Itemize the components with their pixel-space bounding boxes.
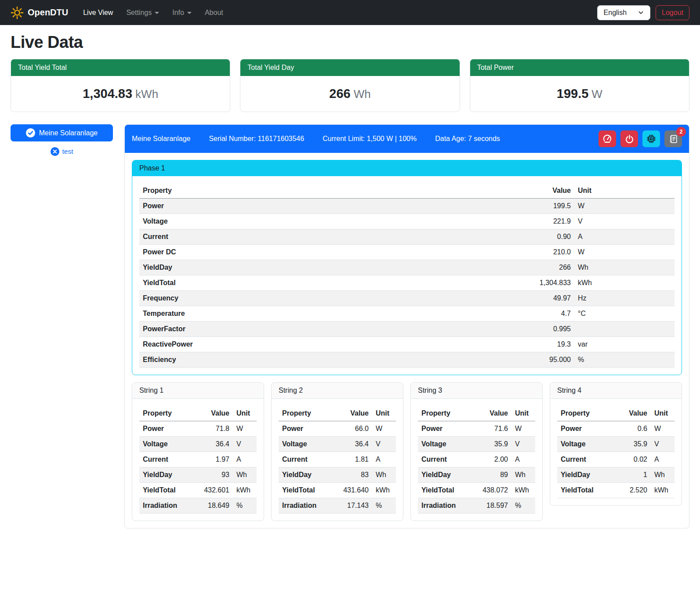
summary-card-title: Total Yield Day: [240, 59, 459, 76]
unit-cell: W: [651, 421, 675, 437]
value-cell: 0.90: [399, 229, 574, 245]
inverter-name: Meine Solaranlage: [132, 135, 190, 143]
summary-card-value: 1,304.83: [83, 87, 132, 101]
logout-button[interactable]: Logout: [656, 5, 689, 20]
inverter-actions: 2: [598, 130, 682, 147]
summary-card-unit: kWh: [135, 87, 158, 101]
check-circle-icon: [26, 128, 35, 137]
nav-link-label: Info: [172, 9, 184, 17]
nav-links: Live View Settings Info About: [83, 9, 223, 17]
nav-link-label: Live View: [83, 9, 113, 17]
value-cell: 18.597: [470, 498, 511, 514]
property-cell: YieldDay: [279, 467, 331, 483]
power-icon: [625, 134, 634, 144]
table-row: YieldDay 93 Wh: [139, 467, 257, 483]
value-cell: 210.0: [399, 245, 574, 260]
string-card: String 1 Property Value Unit Power 71.8 …: [132, 382, 264, 521]
language-select-value: English: [604, 9, 627, 17]
unit-cell: kWh: [511, 483, 535, 498]
phase-card-title: Phase 1: [132, 160, 682, 176]
unit-cell: Wh: [372, 467, 396, 483]
column-unit: Unit: [574, 183, 675, 199]
property-cell: Temperature: [139, 306, 399, 322]
event-count-badge: 2: [676, 127, 686, 137]
table-row: Temperature 4.7 °C: [139, 306, 675, 322]
string-card: String 3 Property Value Unit Power 71.6 …: [410, 382, 543, 521]
chevron-down-icon: [638, 10, 644, 15]
string-table-body: Power 71.6 W Voltage 35.9 V Current 2.00…: [418, 421, 535, 514]
summary-cards-row: Total Yield Total 1,304.83kWh Total Yiel…: [11, 59, 689, 112]
string-card-title: String 4: [550, 383, 682, 399]
property-cell: Current: [279, 452, 331, 467]
table-row: Voltage 36.4 V: [279, 437, 396, 452]
caret-down-icon: [187, 12, 192, 14]
table-row: Current 0.90 A: [139, 229, 675, 245]
value-cell: 19.3: [399, 337, 574, 352]
table-row: Voltage 36.4 V: [139, 437, 257, 452]
value-cell: 0.6: [614, 421, 651, 437]
table-row: YieldDay 83 Wh: [279, 467, 396, 483]
nav-right: English Logout: [597, 5, 689, 20]
table-header-row: Property Value Unit: [279, 406, 396, 421]
inverter-alt-link[interactable]: test: [11, 147, 113, 156]
column-property: Property: [418, 406, 470, 421]
nav-link[interactable]: Info: [172, 9, 192, 17]
unit-cell: Hz: [574, 291, 675, 306]
column-property: Property: [139, 183, 399, 199]
unit-cell: A: [511, 452, 535, 467]
string-table: Property Value Unit Power 71.8 W Voltage…: [139, 406, 257, 514]
table-header-row: Property Value Unit: [557, 406, 675, 421]
unit-cell: A: [372, 452, 396, 467]
table-row: YieldDay 266 Wh: [139, 260, 675, 275]
value-cell: 35.9: [470, 437, 511, 452]
nav-link[interactable]: Settings: [126, 9, 159, 17]
inverter-selector-sidebar: Meine Solaranlage test: [11, 124, 113, 156]
nav-link[interactable]: About: [205, 9, 223, 17]
property-cell: Irradiation: [279, 498, 331, 514]
value-cell: 1,304.833: [399, 275, 574, 291]
value-cell: 89: [470, 467, 511, 483]
page-container: Live Data Total Yield Total 1,304.83kWh …: [0, 33, 700, 542]
phase-card-body: Property Value Unit Power 199.5 W Voltag…: [132, 176, 682, 375]
inverter-select-button[interactable]: Meine Solaranlage: [11, 124, 113, 141]
phase-card: Phase 1 Property Value Unit Power 1: [132, 160, 682, 375]
nav-link-label: About: [205, 9, 223, 17]
unit-cell: Wh: [651, 467, 675, 483]
column-unit: Unit: [511, 406, 535, 421]
string-table-body: Power 71.8 W Voltage 36.4 V Current 1.97…: [139, 421, 257, 514]
table-row: Current 1.97 A: [139, 452, 257, 467]
summary-card-total-yield-day: Total Yield Day 266Wh: [240, 59, 460, 112]
inverter-select-label: Meine Solaranlage: [39, 129, 98, 137]
string-card-body: Property Value Unit Power 71.6 W Voltage…: [411, 399, 542, 521]
limit-settings-button[interactable]: [598, 130, 616, 147]
property-cell: YieldTotal: [418, 483, 470, 498]
language-select[interactable]: English: [597, 5, 650, 20]
event-log-button[interactable]: 2: [664, 130, 682, 147]
table-row: Power 71.8 W: [139, 421, 257, 437]
value-cell: 36.4: [331, 437, 372, 452]
phase-table-body: Power 199.5 W Voltage 221.9 V Current 0.…: [139, 199, 675, 368]
table-row: Irradiation 18.649 %: [139, 498, 257, 514]
brand-link[interactable]: OpenDTU: [11, 6, 68, 19]
table-row: Power 71.6 W: [418, 421, 535, 437]
unit-cell: V: [574, 214, 675, 229]
summary-card-body: 1,304.83kWh: [11, 76, 230, 112]
unit-cell: W: [574, 199, 675, 214]
nav-link[interactable]: Live View: [83, 9, 113, 17]
value-cell: 0.995: [399, 322, 574, 337]
unit-cell: °C: [574, 306, 675, 322]
inverter-card: Meine Solaranlage Serial Number: 1161716…: [124, 124, 689, 528]
property-cell: Current: [139, 229, 399, 245]
column-unit: Unit: [651, 406, 675, 421]
value-cell: 71.8: [192, 421, 233, 437]
unit-cell: V: [372, 437, 396, 452]
string-table-body: Power 0.6 W Voltage 35.9 V Current 0.02 …: [557, 421, 675, 498]
table-row: Current 1.81 A: [279, 452, 396, 467]
restart-device-button[interactable]: [642, 130, 660, 147]
power-toggle-button[interactable]: [620, 130, 638, 147]
property-cell: Efficiency: [139, 352, 399, 368]
property-cell: Current: [557, 452, 614, 467]
column-unit: Unit: [233, 406, 257, 421]
property-cell: Current: [418, 452, 470, 467]
string-card-body: Property Value Unit Power 66.0 W Voltage…: [272, 399, 403, 521]
